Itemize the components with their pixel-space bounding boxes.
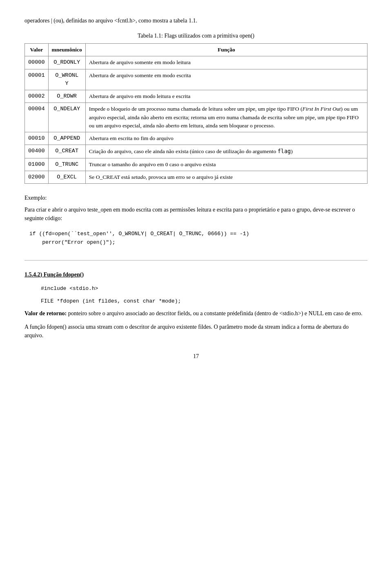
cell-mnemonico: O_NDELAY [48,103,85,132]
cell-mnemonico: O_CREAT [48,145,85,158]
fdopen-heading: 1.5.4.2) Função fdopen() [24,270,368,279]
table-caption-text: Flags utilizados com a primitiva open() [163,33,254,39]
cell-valor: 00004 [25,103,49,132]
cell-funcao: Truncar o tamanho do arquivo em 0 caso o… [85,158,367,171]
cell-mnemonico: O_TRUNC [48,158,85,171]
table-row: 02000O_EXCLSe O_CREAT está setado, provo… [25,171,368,183]
table-row: 00000O_RDONLYAbertura de arquivo somente… [25,56,368,69]
exemplo-label: Exemplo: [24,194,368,202]
cell-valor: 00002 [25,90,49,103]
fdopen-section: 1.5.4.2) Função fdopen() #include <stdio… [24,270,368,340]
col-header-funcao: Função [85,44,367,56]
exemplo-text: Para criar e abrir o arquivo teste_open … [24,205,368,223]
cell-funcao: Impede o bloqueio de um processo numa ch… [85,103,367,132]
table-row: 00002O_RDWRAbertura de arquivo em modo l… [25,90,368,103]
cell-valor: 00010 [25,132,49,145]
cell-funcao: Criação do arquivo, caso ele ainda não e… [85,145,367,158]
table-row: 00010O_APPENDAbertura em escrita no fim … [25,132,368,145]
cell-mnemonico: O_RDONLY [48,56,85,69]
fdopen-desc: A função fdopen() associa uma stream com… [24,323,368,340]
cell-funcao: Se O_CREAT está setado, provoca um erro … [85,171,367,183]
cell-valor: 00400 [25,145,49,158]
intro-text: operadores | (ou), definidas no arquivo … [24,16,368,25]
cell-mnemonico: O_WRONL Y [48,69,85,90]
cell-valor: 01000 [25,158,49,171]
cell-valor: 02000 [25,171,49,183]
cell-valor: 00001 [25,69,49,90]
flags-table: Valor mneumônico Função 00000O_RDONLYAbe… [24,43,368,184]
fdopen-proto: FILE *fdopen (int fildes, const char *mo… [41,296,368,306]
exemplo-section: Exemplo: Para criar e abrir o arquivo te… [24,194,368,250]
exemplo-code: if ((fd=open(``test_open'', O_WRONLY| O_… [24,227,368,250]
table-row: 01000O_TRUNCTruncar o tamanho do arquivo… [25,158,368,171]
cell-mnemonico: O_RDWR [48,90,85,103]
col-header-valor: Valor [25,44,49,56]
cell-mnemonico: O_EXCL [48,171,85,183]
fdopen-include: #include <stdio.h> [41,284,368,293]
fdopen-retorno: Valor de retorno: ponteiro sobre o arqui… [24,309,368,318]
cell-valor: 00000 [25,56,49,69]
cell-funcao: Abertura de arquivo somente em modo escr… [85,69,367,90]
table-row: 00001O_WRONL YAbertura de arquivo soment… [25,69,368,90]
page-number: 17 [24,352,368,361]
section-divider [24,260,368,261]
cell-mnemonico: O_APPEND [48,132,85,145]
cell-funcao: Abertura em escrita no fim do arquivo [85,132,367,145]
table-row: 00004O_NDELAYImpede o bloqueio de um pro… [25,103,368,132]
table-caption-bold: Tabela 1.1: [138,33,163,39]
col-header-mnemonico: mneumônico [48,44,85,56]
cell-funcao: Abertura de arquivo somente em modo leit… [85,56,367,69]
table-caption: Tabela 1.1: Flags utilizados com a primi… [24,31,368,40]
table-row: 00400O_CREATCriação do arquivo, caso ele… [25,145,368,158]
retorno-label: Valor de retorno: [24,310,67,316]
table-header-row: Valor mneumônico Função [25,44,368,56]
cell-funcao: Abertura de arquivo em modo leitura e es… [85,90,367,103]
retorno-text: ponteiro sobre o arquivo associado ao de… [67,310,362,316]
